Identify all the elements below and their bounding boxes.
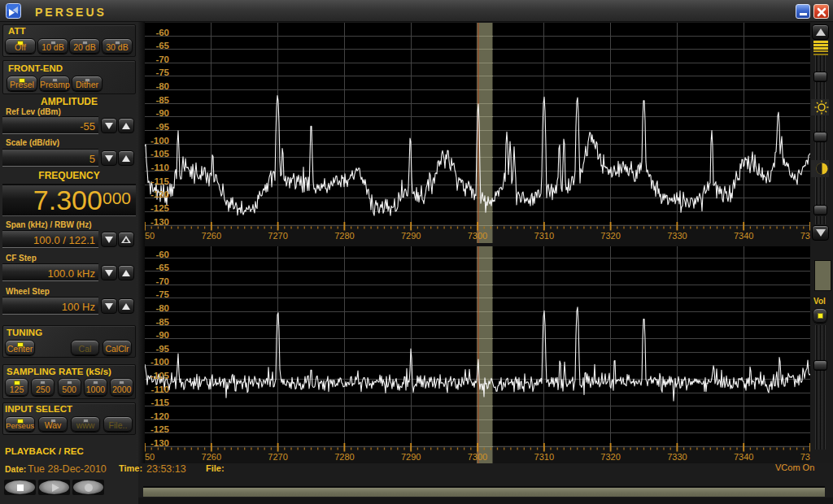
- svg-text:7250: 7250: [145, 452, 155, 462]
- svg-text:-75: -75: [155, 289, 169, 299]
- svg-text:-100: -100: [150, 136, 169, 146]
- svg-text:-105: -105: [150, 371, 170, 380]
- svg-text:-60: -60: [155, 28, 169, 37]
- svg-text:7270: 7270: [268, 452, 287, 462]
- svg-text:-120: -120: [150, 189, 169, 199]
- svg-text:7260: 7260: [202, 452, 221, 462]
- svg-text:-125: -125: [150, 203, 170, 213]
- svg-text:-120: -120: [150, 411, 169, 421]
- svg-text:7300: 7300: [468, 452, 487, 462]
- svg-text:-130: -130: [150, 438, 169, 448]
- svg-text:-125: -125: [150, 424, 170, 434]
- svg-text:-85: -85: [155, 317, 169, 327]
- svg-text:-90: -90: [155, 108, 169, 118]
- svg-text:-80: -80: [155, 81, 169, 91]
- svg-text:-70: -70: [155, 54, 169, 64]
- svg-text:-85: -85: [155, 95, 169, 105]
- svg-text:7310: 7310: [534, 231, 554, 241]
- svg-text:-110: -110: [151, 163, 169, 172]
- svg-text:-65: -65: [155, 263, 169, 272]
- svg-text:-110: -110: [151, 385, 169, 394]
- svg-text:-115: -115: [151, 176, 170, 186]
- svg-text:-75: -75: [155, 67, 169, 77]
- svg-text:7290: 7290: [401, 452, 421, 462]
- svg-text:7320: 7320: [600, 452, 620, 462]
- svg-text:-90: -90: [155, 330, 169, 340]
- svg-text:-100: -100: [150, 357, 169, 367]
- svg-text:7340: 7340: [734, 452, 753, 462]
- svg-text:7300: 7300: [468, 231, 487, 241]
- svg-text:7340: 7340: [734, 231, 753, 241]
- svg-text:7290: 7290: [401, 231, 421, 241]
- svg-text:7250: 7250: [145, 231, 155, 241]
- svg-text:-95: -95: [155, 344, 169, 354]
- svg-text:7330: 7330: [667, 231, 687, 241]
- svg-text:-105: -105: [150, 149, 170, 159]
- svg-text:7330: 7330: [667, 452, 687, 462]
- svg-text:-60: -60: [155, 250, 169, 259]
- svg-text:-80: -80: [155, 303, 169, 313]
- svg-text:7280: 7280: [334, 452, 354, 462]
- svg-text:7270: 7270: [268, 231, 287, 241]
- svg-text:7280: 7280: [334, 231, 354, 241]
- svg-text:7310: 7310: [534, 452, 554, 462]
- svg-text:7350: 7350: [800, 452, 810, 462]
- svg-text:7350: 7350: [800, 231, 810, 241]
- svg-text:7320: 7320: [600, 231, 620, 241]
- svg-text:-95: -95: [155, 122, 169, 132]
- svg-text:-70: -70: [155, 276, 169, 286]
- svg-text:-115: -115: [151, 398, 170, 407]
- svg-text:-65: -65: [155, 41, 169, 50]
- svg-text:7260: 7260: [202, 231, 221, 241]
- svg-text:-130: -130: [150, 217, 169, 227]
